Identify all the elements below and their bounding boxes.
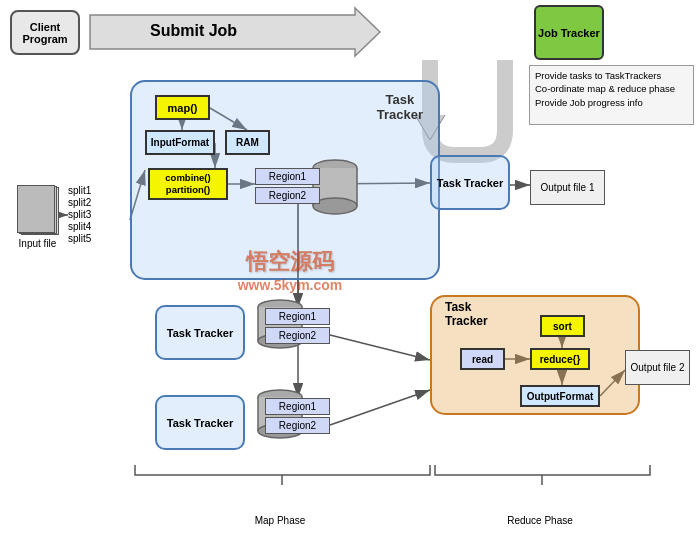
output-file-2-box: Output file 2 xyxy=(625,350,690,385)
ram-label: RAM xyxy=(236,137,259,148)
watermark-text: 悟空源码 xyxy=(246,247,334,277)
info-line2: Co-ordinate map & reduce phase xyxy=(535,82,688,95)
combine-label: combine() partition() xyxy=(150,172,226,197)
info-box: Provide tasks to TaskTrackers Co-ordinat… xyxy=(529,65,694,125)
read-box: read xyxy=(460,348,505,370)
svg-line-13 xyxy=(330,335,430,360)
combine-box: combine() partition() xyxy=(148,168,228,200)
read-label: read xyxy=(472,354,493,365)
input-file-label: Input file xyxy=(15,238,60,249)
region1-bl: Region1 xyxy=(265,308,330,325)
regions-bl: Region1 Region2 xyxy=(265,308,330,346)
bottom-label-right: Reduce Phase xyxy=(435,515,645,526)
task-tracker-main-label: TaskTracker xyxy=(377,92,423,122)
input-format-box: InputFormat xyxy=(145,130,215,155)
diagram-container: Client Program Submit Job Job Tracker Pr… xyxy=(0,0,699,534)
file-page-3 xyxy=(17,185,55,233)
input-file-stack: Input file xyxy=(15,185,60,249)
bottom-label-left: Map Phase xyxy=(130,515,430,526)
region2-bb: Region2 xyxy=(265,417,330,434)
info-line1: Provide tasks to TaskTrackers xyxy=(535,69,688,82)
regions-bb: Region1 Region2 xyxy=(265,398,330,436)
task-tracker-bb-label: Task Tracker xyxy=(167,417,233,429)
output-file-1-box: Output file 1 xyxy=(530,170,605,205)
output-format-label: OutputFormat xyxy=(527,391,594,402)
task-tracker-bl-label: Task Tracker xyxy=(167,327,233,339)
job-tracker-label: Job Tracker xyxy=(538,27,600,39)
reduce-label: reduce{} xyxy=(540,354,581,365)
task-tracker-right-top-label: Task Tracker xyxy=(437,177,503,189)
task-tracker-bottom-bottom: Task Tracker xyxy=(155,395,245,450)
splits-container: split1 split2 split3 split4 split5 xyxy=(68,185,91,245)
svg-line-14 xyxy=(330,390,430,425)
info-line3: Provide Job progress info xyxy=(535,96,688,109)
output-file-1-label: Output file 1 xyxy=(541,182,595,193)
client-program-label: Client Program xyxy=(12,21,78,45)
file-pages xyxy=(15,185,60,235)
split2: split2 xyxy=(68,197,91,208)
sort-box: sort xyxy=(540,315,585,337)
watermark: 悟空源码 www.5kym.com xyxy=(155,240,425,300)
regions-main: Region1 Region2 xyxy=(255,168,320,206)
watermark-url: www.5kym.com xyxy=(238,277,343,293)
split3: split3 xyxy=(68,209,91,220)
task-tracker-bottom-left: Task Tracker xyxy=(155,305,245,360)
sort-label: sort xyxy=(553,321,572,332)
output-file-2-label: Output file 2 xyxy=(631,362,685,373)
reduce-box: reduce{} xyxy=(530,348,590,370)
map-box: map() xyxy=(155,95,210,120)
region1-main: Region1 xyxy=(255,168,320,185)
split5: split5 xyxy=(68,233,91,244)
output-format-box: OutputFormat xyxy=(520,385,600,407)
split1: split1 xyxy=(68,185,91,196)
task-tracker-reduce-label: TaskTracker xyxy=(445,300,488,328)
submit-job-label: Submit Job xyxy=(150,22,237,40)
region1-bb: Region1 xyxy=(265,398,330,415)
task-tracker-right-top: Task Tracker xyxy=(430,155,510,210)
map-label: map() xyxy=(168,102,198,114)
client-program-box: Client Program xyxy=(10,10,80,55)
input-format-label: InputFormat xyxy=(151,137,209,148)
ram-box: RAM xyxy=(225,130,270,155)
split4: split4 xyxy=(68,221,91,232)
region2-bl: Region2 xyxy=(265,327,330,344)
job-tracker-box: Job Tracker xyxy=(534,5,604,60)
region2-main: Region2 xyxy=(255,187,320,204)
